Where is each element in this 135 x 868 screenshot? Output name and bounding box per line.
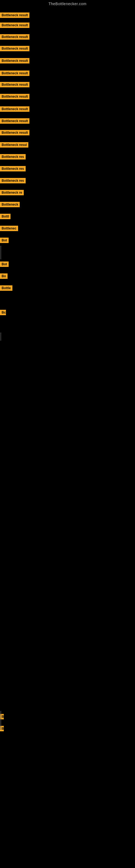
bottleneck-result-badge: Bottle [0,285,12,291]
bottleneck-result-badge: Bottleneck result [0,70,30,76]
bottleneck-result-badge: Bottleneck result [0,58,30,63]
bottleneck-result-badge: Bottleneck [0,202,20,207]
bottleneck-badge-row: Bottleneck result [0,12,30,19]
bottleneck-result-badge: Bottleneck result [0,82,30,87]
bottleneck-badge-row: Bottleneck result [0,46,30,52]
bottleneck-result-badge: Bc [0,310,6,315]
bottleneck-badge-row: Bottleneck res [0,178,26,184]
bottleneck-badge-row: Bottleneck result [0,82,30,88]
bottleneck-badge-row: Bc [0,310,6,316]
site-title: TheBottlenecker.com [0,0,135,7]
bottleneck-badge-row: Bottleneck result [0,94,30,100]
bottleneck-result-badge: Bo [0,273,8,279]
bottleneck-result-badge: Bottleneck result [0,106,30,112]
bottleneck-badge-row: Bottleneck re [0,190,24,196]
bottleneck-badge-row: Bottleneck result [0,106,30,113]
bottleneck-result-badge: Bottleneck result [0,130,30,135]
bottleneck-result-badge: Bottleneck result [0,118,30,124]
bottleneck-result-badge: Bottleneck result [0,34,30,40]
bottleneck-badge-row: Bottlenec [0,226,18,232]
bottleneck-result-badge: Bottleneck result [0,23,30,28]
bottleneck-result-badge: Bottleneck res [0,154,26,159]
bottleneck-result-badge: Bottleneck result [0,94,30,99]
bottleneck-result-badge: Bottleneck result [0,12,30,18]
bottleneck-badge-row: Bottleneck [0,202,20,208]
bottleneck-result-badge: Bot [0,261,9,267]
bottleneck-badge-row: Bottle [0,285,12,292]
bottleneck-badge-row: Bottleneck result [0,58,30,65]
bottleneck-badge-row: Bottleneck res [0,166,26,173]
bottleneck-badge-row: Bottleneck result [0,70,30,77]
bottleneck-result-badge: Bottl [0,214,10,219]
bottleneck-result-badge: Bottleneck result [0,46,30,51]
bottleneck-badge-row: Bottleneck result [0,130,30,136]
bottleneck-result-badge: Bottleneck res [0,166,26,172]
bottleneck-badge-row: Bo [0,273,8,280]
bottleneck-badge-row: Bot [0,261,9,268]
bottleneck-result-badge: Bottlenec [0,226,18,231]
vertical-line [1,246,1,259]
bottleneck-badge-row: Bottleneck res [0,154,26,161]
bottleneck-badge-row: Bottleneck result [0,23,30,29]
bottleneck-badge-row: Bottleneck result [0,118,30,125]
bottleneck-result-badge: Bot [0,238,9,243]
bottleneck-result-badge: Bottleneck res [0,178,26,183]
vertical-line [1,711,1,730]
bottleneck-badge-row: Bottleneck resul [0,142,28,149]
bottleneck-result-badge: Bottleneck resul [0,142,28,148]
bottleneck-result-badge: Bottleneck re [0,190,24,195]
bottleneck-badge-row: Bottleneck result [0,34,30,41]
vertical-line [1,333,1,341]
bottleneck-badge-row: Bot [0,238,9,244]
bottleneck-badge-row: Bottl [0,214,10,220]
